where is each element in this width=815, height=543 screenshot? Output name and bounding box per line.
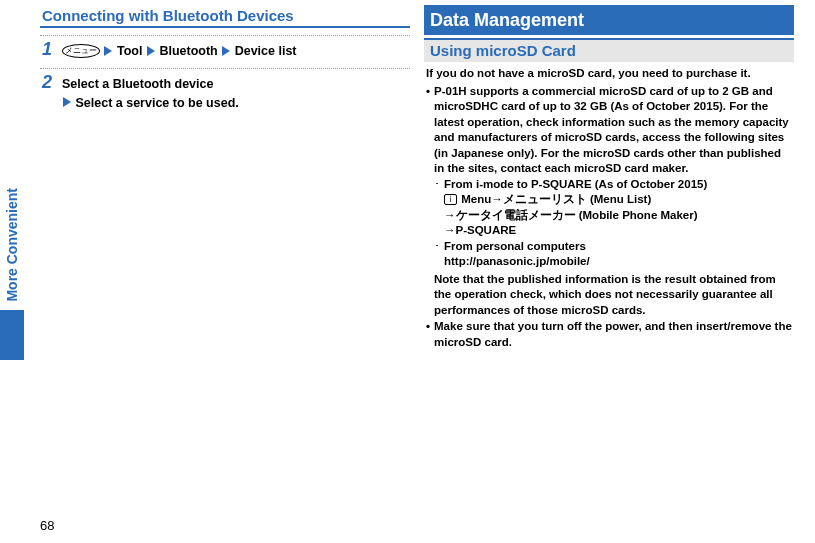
side-tab-marker <box>0 310 24 360</box>
right-column: Data Management Using microSD Card If yo… <box>424 5 794 350</box>
dot-icon: ･ <box>434 177 440 193</box>
svg-marker-2 <box>222 46 230 56</box>
section-subtitle-bar: Using microSD Card <box>424 38 794 62</box>
step2-line2: Select a service to be used. <box>75 96 238 110</box>
step-2-number: 2 <box>42 73 56 91</box>
sub-bullet-1-line2: →ケータイ電話メーカー (Mobile Phone Maker) <box>426 208 794 224</box>
section-title-bar: Data Management <box>424 5 794 35</box>
dotted-rule <box>40 65 410 69</box>
menu-key-icon: メニュー <box>62 44 100 58</box>
page-content: Connecting with Bluetooth Devices 1 メニュー… <box>0 0 815 355</box>
note-paragraph: Note that the published information is t… <box>426 272 794 319</box>
step1-devicelist: Device list <box>235 44 297 58</box>
step-2: 2 Select a Bluetooth device Select a ser… <box>40 73 410 113</box>
dotted-rule <box>40 32 410 36</box>
side-tab-label: More Convenient <box>0 180 24 310</box>
bullet-2: • Make sure that you turn off the power,… <box>426 319 794 350</box>
intro-line: If you do not have a microSD card, you n… <box>426 66 794 82</box>
step-1-number: 1 <box>42 40 56 58</box>
svg-marker-3 <box>63 97 71 107</box>
sub-bullet-2-title: From personal computers <box>444 239 586 255</box>
bullet-dot-icon: • <box>426 84 430 177</box>
svg-marker-0 <box>104 46 112 56</box>
dot-icon: ･ <box>434 239 440 255</box>
step-1: 1 メニュー Tool Bluetooth Device list <box>40 40 410 61</box>
sub-bullet-1-line1: ｉ Menu→メニューリスト (Menu List) <box>426 192 794 208</box>
bullet-dot-icon: • <box>426 319 430 350</box>
sub-bullet-1-line3: →P-SQUARE <box>426 223 794 239</box>
sub-bullet-1: ･ From i-mode to P-SQUARE (As of October… <box>426 177 794 193</box>
step-1-body: メニュー Tool Bluetooth Device list <box>62 40 297 61</box>
chevron-right-icon <box>147 46 155 56</box>
sub-bullet-2: ･ From personal computers <box>426 239 794 255</box>
body-text: If you do not have a microSD card, you n… <box>424 66 794 350</box>
sb1-l1-text: Menu→メニューリスト (Menu List) <box>461 193 651 205</box>
step2-line1: Select a Bluetooth device <box>62 77 213 91</box>
svg-marker-1 <box>147 46 155 56</box>
chevron-right-icon <box>104 46 112 56</box>
chevron-right-icon <box>63 97 71 107</box>
step-2-body: Select a Bluetooth device Select a servi… <box>62 73 239 113</box>
bullet-1: • P-01H supports a commercial microSD ca… <box>426 84 794 177</box>
bullet-2-text: Make sure that you turn off the power, a… <box>434 319 794 350</box>
left-heading: Connecting with Bluetooth Devices <box>40 7 410 28</box>
sub-bullet-1-title: From i-mode to P-SQUARE (As of October 2… <box>444 177 707 193</box>
chevron-right-icon <box>222 46 230 56</box>
step1-bluetooth: Bluetooth <box>159 44 217 58</box>
left-column: Connecting with Bluetooth Devices 1 メニュー… <box>40 5 410 350</box>
step1-tool: Tool <box>117 44 142 58</box>
sub-bullet-2-url: http://panasonic.jp/mobile/ <box>426 254 794 270</box>
page-number: 68 <box>40 518 54 533</box>
bullet-1-text: P-01H supports a commercial microSD card… <box>434 84 794 177</box>
imode-icon: ｉ <box>444 194 457 205</box>
